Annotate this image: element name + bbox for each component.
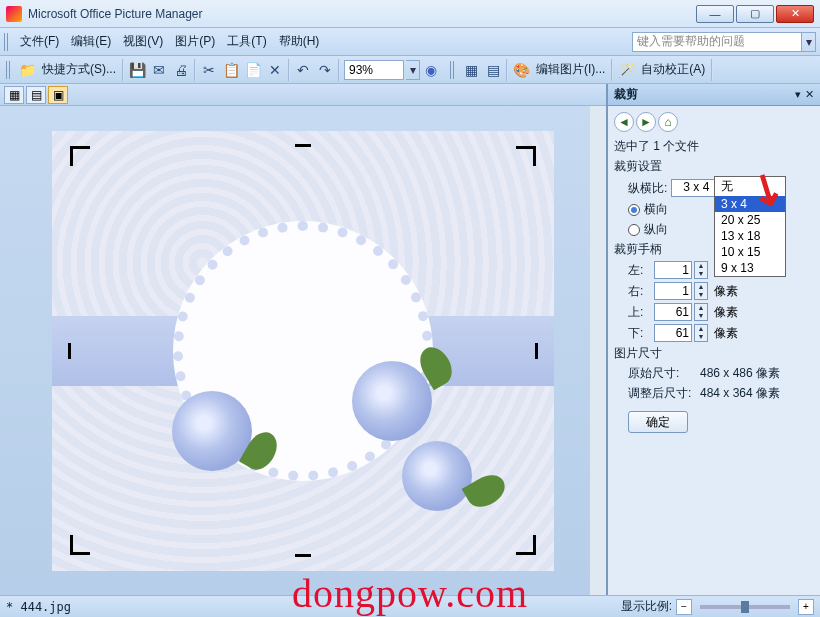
save-icon[interactable]: 💾 <box>127 60 147 80</box>
zoom-input[interactable]: 93% <box>344 60 404 80</box>
view-toolbar: ▦ ▤ ▣ <box>0 84 606 106</box>
right-input[interactable] <box>654 282 692 300</box>
nav-home-button[interactable]: ⌂ <box>658 112 678 132</box>
ratio-option[interactable]: 20 x 25 <box>715 212 785 228</box>
zoom-dropdown[interactable]: ▾ <box>406 60 420 80</box>
shortcut-button[interactable]: 快捷方式(S)... <box>38 59 120 81</box>
menu-tools[interactable]: 工具(T) <box>221 30 272 53</box>
unit-label: 像素 <box>714 304 738 321</box>
grip-icon <box>6 61 12 79</box>
maximize-button[interactable]: ▢ <box>736 5 774 23</box>
titlebar: Microsoft Office Picture Manager — ▢ ✕ <box>0 0 820 28</box>
left-spinner[interactable]: ▲▼ <box>694 261 708 279</box>
ratio-option[interactable]: 3 x 4 <box>715 196 785 212</box>
zoom-out-button[interactable]: − <box>676 599 692 615</box>
top-label: 上: <box>628 304 652 321</box>
grip-icon <box>4 33 10 51</box>
close-button[interactable]: ✕ <box>776 5 814 23</box>
orig-size-value: 486 x 486 像素 <box>700 365 780 382</box>
new-size-label: 调整后尺寸: <box>628 385 700 402</box>
new-size-value: 484 x 364 像素 <box>700 385 780 402</box>
delete-icon[interactable]: ✕ <box>265 60 285 80</box>
crop-handle-br[interactable] <box>516 535 536 555</box>
bottom-spinner[interactable]: ▲▼ <box>694 324 708 342</box>
ratio-option[interactable]: 10 x 15 <box>715 244 785 260</box>
portrait-radio[interactable] <box>628 224 640 236</box>
menu-file[interactable]: 文件(F) <box>14 30 65 53</box>
crop-handles-title: 裁剪手柄 <box>614 241 662 258</box>
crop-handle-right[interactable] <box>535 343 538 359</box>
right-spinner[interactable]: ▲▼ <box>694 282 708 300</box>
help-search-input[interactable]: 键入需要帮助的问题 <box>632 32 802 52</box>
edit-picture-button[interactable]: 编辑图片(I)... <box>532 59 609 81</box>
crop-handle-tr[interactable] <box>516 146 536 166</box>
help-icon[interactable]: ◉ <box>421 60 441 80</box>
menu-edit[interactable]: 编辑(E) <box>65 30 117 53</box>
aspect-ratio-listbox[interactable]: 无 3 x 4 20 x 25 13 x 18 10 x 15 9 x 13 <box>714 176 786 277</box>
unit-label: 像素 <box>714 283 738 300</box>
ratio-option[interactable]: 13 x 18 <box>715 228 785 244</box>
ok-button[interactable]: 确定 <box>628 411 688 433</box>
crop-settings-title: 裁剪设置 <box>614 158 662 175</box>
edit-picture-icon[interactable]: 🎨 <box>511 60 531 80</box>
cut-icon[interactable]: ✂ <box>199 60 219 80</box>
crop-handle-left[interactable] <box>68 343 71 359</box>
paste-icon[interactable]: 📄 <box>243 60 263 80</box>
toolbar: 📁 快捷方式(S)... 💾 ✉ 🖨 ✂ 📋 📄 ✕ ↶ ↷ 93% ▾ ◉ ▦… <box>0 56 820 84</box>
picture-size-title: 图片尺寸 <box>614 345 662 362</box>
landscape-radio[interactable] <box>628 204 640 216</box>
zoom-slider[interactable] <box>700 605 790 609</box>
taskpane-menu-button[interactable]: ▾ <box>795 88 801 101</box>
nav-forward-button[interactable]: ► <box>636 112 656 132</box>
zoom-label: 显示比例: <box>621 598 672 615</box>
grip-icon <box>450 61 456 79</box>
statusbar: * 444.jpg 显示比例: − + <box>0 595 820 617</box>
mail-icon[interactable]: ✉ <box>149 60 169 80</box>
crop-handle-tl[interactable] <box>70 146 90 166</box>
auto-correct-icon[interactable]: 🪄 <box>616 60 636 80</box>
portrait-label: 纵向 <box>644 221 668 238</box>
menu-help[interactable]: 帮助(H) <box>273 30 326 53</box>
view-single-button[interactable]: ▣ <box>48 86 68 104</box>
bottom-input[interactable] <box>654 324 692 342</box>
menu-view[interactable]: 视图(V) <box>117 30 169 53</box>
copy-icon[interactable]: 📋 <box>221 60 241 80</box>
taskpane-close-button[interactable]: ✕ <box>805 88 814 101</box>
landscape-label: 横向 <box>644 201 668 218</box>
undo-icon[interactable]: ↶ <box>293 60 313 80</box>
bottom-label: 下: <box>628 325 652 342</box>
thumb-icon-2[interactable]: ▤ <box>483 60 503 80</box>
print-icon[interactable]: 🖨 <box>171 60 191 80</box>
top-spinner[interactable]: ▲▼ <box>694 303 708 321</box>
left-label: 左: <box>628 262 652 279</box>
zoom-in-button[interactable]: + <box>798 599 814 615</box>
crop-handle-bottom[interactable] <box>295 554 311 557</box>
app-title: Microsoft Office Picture Manager <box>28 7 203 21</box>
top-input[interactable] <box>654 303 692 321</box>
ratio-option[interactable]: 无 <box>715 177 785 196</box>
redo-icon[interactable]: ↷ <box>315 60 335 80</box>
shortcut-icon[interactable]: 📁 <box>17 60 37 80</box>
app-icon <box>6 6 22 22</box>
nav-back-button[interactable]: ◄ <box>614 112 634 132</box>
aspect-ratio-label: 纵横比: <box>628 180 667 197</box>
image-preview <box>52 131 554 571</box>
view-thumbnails-button[interactable]: ▦ <box>4 86 24 104</box>
canvas[interactable] <box>0 106 606 595</box>
help-search-dropdown[interactable]: ▾ <box>802 32 816 52</box>
ratio-option[interactable]: 9 x 13 <box>715 260 785 276</box>
selected-label: 选中了 1 个文件 <box>614 138 699 155</box>
right-label: 右: <box>628 283 652 300</box>
vertical-scrollbar[interactable] <box>590 106 606 595</box>
orig-size-label: 原始尺寸: <box>628 365 700 382</box>
minimize-button[interactable]: — <box>696 5 734 23</box>
view-filmstrip-button[interactable]: ▤ <box>26 86 46 104</box>
status-filename: * 444.jpg <box>6 600 71 614</box>
auto-correct-button[interactable]: 自动校正(A) <box>637 59 709 81</box>
menu-picture[interactable]: 图片(P) <box>169 30 221 53</box>
thumb-icon-1[interactable]: ▦ <box>461 60 481 80</box>
crop-handle-top[interactable] <box>295 144 311 147</box>
left-input[interactable] <box>654 261 692 279</box>
menubar: 文件(F) 编辑(E) 视图(V) 图片(P) 工具(T) 帮助(H) 键入需要… <box>0 28 820 56</box>
crop-handle-bl[interactable] <box>70 535 90 555</box>
